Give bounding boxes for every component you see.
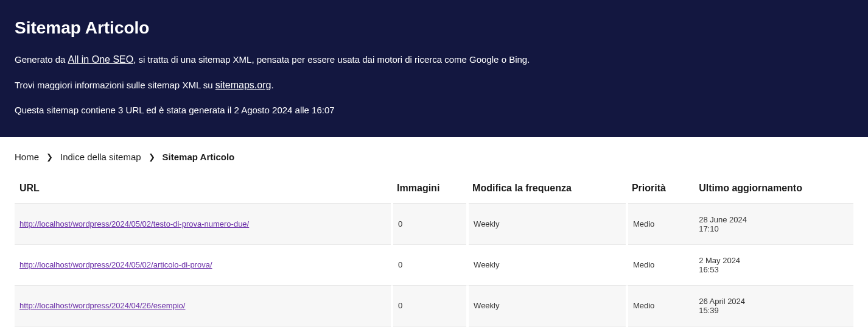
table-row: http://localhost/wordpress/2024/05/02/te… — [15, 203, 853, 244]
header-url: URL — [15, 173, 392, 204]
table-row: http://localhost/wordpress/2024/04/26/es… — [15, 285, 853, 326]
sitemap-url-link[interactable]: http://localhost/wordpress/2024/05/02/te… — [19, 219, 249, 228]
sitemap-url-link[interactable]: http://localhost/wordpress/2024/04/26/es… — [19, 301, 185, 310]
updated-date: 28 June 2024 — [699, 215, 849, 224]
page-header: Sitemap Articolo Generato da All in One … — [0, 0, 868, 137]
cell-changefreq: Weekly — [467, 203, 627, 244]
header-line-1: Generato da All in One SEO, si tratta di… — [15, 52, 853, 67]
all-in-one-seo-link[interactable]: All in One SEO — [68, 54, 134, 65]
cell-priority: Medio — [627, 285, 694, 326]
header-line-1-prefix: Generato da — [15, 54, 68, 65]
chevron-right-icon: ❯ — [46, 152, 53, 161]
header-images: Immagini — [392, 173, 467, 204]
cell-updated: 28 June 202417:10 — [694, 203, 853, 244]
cell-url: http://localhost/wordpress/2024/04/26/es… — [15, 285, 392, 326]
breadcrumb-index[interactable]: Indice della sitemap — [60, 152, 141, 162]
updated-time: 15:39 — [699, 306, 849, 315]
sitemap-table-container: URL Immagini Modifica la frequenza Prior… — [0, 173, 868, 327]
header-line-3: Questa sitemap contiene 3 URL ed è stata… — [15, 104, 853, 118]
page-title: Sitemap Articolo — [15, 18, 853, 38]
updated-time: 16:53 — [699, 265, 849, 274]
cell-images: 0 — [392, 203, 467, 244]
header-line-1-suffix: , si tratta di una sitemap XML, pensata … — [133, 54, 530, 65]
cell-url: http://localhost/wordpress/2024/05/02/ar… — [15, 244, 392, 285]
table-header-row: URL Immagini Modifica la frequenza Prior… — [15, 173, 853, 204]
cell-images: 0 — [392, 244, 467, 285]
sitemap-table: URL Immagini Modifica la frequenza Prior… — [15, 173, 853, 327]
table-row: http://localhost/wordpress/2024/05/02/ar… — [15, 244, 853, 285]
header-line-2-prefix: Trovi maggiori informazioni sulle sitema… — [15, 80, 215, 90]
header-changefreq: Modifica la frequenza — [467, 173, 627, 204]
updated-date: 2 May 2024 — [699, 256, 849, 265]
header-line-2: Trovi maggiori informazioni sulle sitema… — [15, 78, 853, 93]
breadcrumb: Home ❯ Indice della sitemap ❯ Sitemap Ar… — [0, 137, 868, 173]
header-updated: Ultimo aggiornamento — [694, 173, 853, 204]
chevron-right-icon: ❯ — [149, 152, 155, 161]
cell-updated: 2 May 202416:53 — [694, 244, 853, 285]
header-line-2-suffix: . — [271, 80, 273, 90]
sitemap-url-link[interactable]: http://localhost/wordpress/2024/05/02/ar… — [19, 260, 212, 269]
cell-priority: Medio — [627, 244, 694, 285]
cell-priority: Medio — [627, 203, 694, 244]
cell-images: 0 — [392, 285, 467, 326]
cell-changefreq: Weekly — [467, 285, 627, 326]
breadcrumb-home[interactable]: Home — [15, 152, 39, 162]
updated-time: 17:10 — [699, 224, 849, 233]
updated-date: 26 April 2024 — [699, 297, 849, 306]
breadcrumb-current: Sitemap Articolo — [163, 152, 235, 162]
cell-changefreq: Weekly — [467, 244, 627, 285]
cell-updated: 26 April 202415:39 — [694, 285, 853, 326]
header-priority: Priorità — [627, 173, 694, 204]
cell-url: http://localhost/wordpress/2024/05/02/te… — [15, 203, 392, 244]
sitemaps-org-link[interactable]: sitemaps.org — [215, 80, 271, 90]
